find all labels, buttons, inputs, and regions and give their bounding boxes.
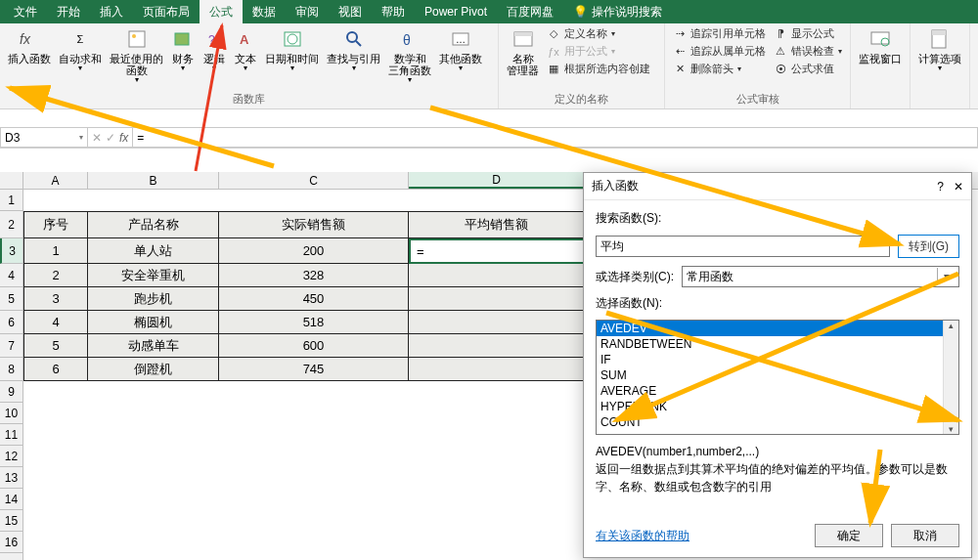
- fn-item[interactable]: AVERAGE: [597, 383, 958, 399]
- cell-A8[interactable]: 6: [23, 358, 88, 381]
- row-8[interactable]: 8: [0, 358, 22, 381]
- cell-C5[interactable]: 450: [219, 287, 409, 311]
- row-2[interactable]: 2: [0, 211, 22, 238]
- tab-powerpivot[interactable]: Power Pivot: [415, 0, 497, 23]
- create-from-sel-button[interactable]: ▦根据所选内容创建: [545, 61, 652, 77]
- th-name[interactable]: 产品名称: [88, 211, 219, 238]
- tab-file[interactable]: 文件: [4, 0, 47, 23]
- error-check-button[interactable]: ⚠错误检查▾: [772, 43, 844, 60]
- row-9[interactable]: 9: [0, 381, 22, 403]
- autosum-button[interactable]: Σ 自动求和▾: [55, 25, 106, 75]
- fn-item[interactable]: SUM: [597, 367, 958, 383]
- row-10[interactable]: 10: [0, 403, 22, 424]
- cell-B6[interactable]: 椭圆机: [88, 311, 219, 334]
- select-all-corner[interactable]: [0, 172, 23, 190]
- close-icon[interactable]: ✕: [954, 180, 963, 194]
- go-button[interactable]: 转到(G): [898, 235, 959, 258]
- accept-formula-icon[interactable]: ✓: [106, 131, 115, 145]
- tab-formulas[interactable]: 公式: [200, 0, 243, 23]
- eval-formula-button[interactable]: ⦿公式求值: [772, 61, 844, 77]
- insert-function-button[interactable]: fx 插入函数: [4, 25, 55, 66]
- row-15[interactable]: 15: [0, 510, 22, 532]
- tab-baidu[interactable]: 百度网盘: [497, 0, 563, 23]
- cell-A4[interactable]: 2: [23, 264, 88, 287]
- datetime-button[interactable]: 日期和时间▾: [261, 25, 323, 75]
- dialog-titlebar[interactable]: 插入函数 ? ✕: [584, 173, 971, 200]
- cell-B5[interactable]: 跑步机: [88, 287, 219, 311]
- category-select[interactable]: 常用函数 ▾: [682, 266, 959, 287]
- col-D[interactable]: D: [409, 172, 585, 189]
- fn-item[interactable]: HYPERLINK: [597, 399, 958, 414]
- function-list[interactable]: AVEDEV RANDBETWEEN IF SUM AVERAGE HYPERL…: [596, 320, 959, 435]
- cancel-formula-icon[interactable]: ✕: [92, 131, 102, 145]
- trace-precedents-button[interactable]: ⇢追踪引用单元格: [671, 25, 768, 42]
- fn-item[interactable]: IF: [597, 352, 958, 367]
- cell-C4[interactable]: 328: [219, 264, 409, 287]
- tab-layout[interactable]: 页面布局: [133, 0, 200, 23]
- list-scrollbar[interactable]: ▴▾: [943, 321, 958, 434]
- lookup-button[interactable]: 查找与引用▾: [323, 25, 384, 75]
- fx-icon[interactable]: fx: [119, 131, 128, 145]
- recent-button[interactable]: 最近使用的 函数▾: [106, 25, 167, 87]
- fn-item[interactable]: COUNT: [597, 414, 958, 430]
- tab-review[interactable]: 审阅: [286, 0, 329, 23]
- row-11[interactable]: 11: [0, 424, 22, 446]
- row-12[interactable]: 12: [0, 446, 22, 467]
- row-13[interactable]: 13: [0, 467, 22, 489]
- ok-button[interactable]: 确定: [815, 524, 883, 547]
- cell-A3[interactable]: 1: [23, 238, 88, 264]
- cancel-button[interactable]: 取消: [891, 524, 959, 547]
- col-B[interactable]: B: [88, 172, 219, 189]
- cell-D6[interactable]: [409, 311, 585, 334]
- row-14[interactable]: 14: [0, 489, 22, 510]
- help-icon[interactable]: ?: [937, 180, 944, 194]
- col-C[interactable]: C: [219, 172, 409, 189]
- tab-insert[interactable]: 插入: [90, 0, 133, 23]
- calc-options-button[interactable]: 计算选项▾: [914, 25, 965, 75]
- trace-dependents-button[interactable]: ⇠追踪从属单元格: [671, 43, 768, 60]
- logical-button[interactable]: ? 逻辑▾: [199, 25, 230, 75]
- col-A[interactable]: A: [23, 172, 88, 189]
- row-5[interactable]: 5: [0, 287, 22, 311]
- cell-B8[interactable]: 倒蹬机: [88, 358, 219, 381]
- show-formulas-button[interactable]: ⁋显示公式: [772, 25, 844, 42]
- cell-B3[interactable]: 单人站: [88, 238, 219, 264]
- cell-B4[interactable]: 安全举重机: [88, 264, 219, 287]
- row-1[interactable]: 1: [0, 190, 22, 211]
- name-box[interactable]: D3 ▾: [0, 127, 88, 148]
- cell-B7[interactable]: 动感单车: [88, 334, 219, 358]
- cell-C7[interactable]: 600: [219, 334, 409, 358]
- cell-D4[interactable]: [409, 264, 585, 287]
- tab-view[interactable]: 视图: [329, 0, 372, 23]
- th-avg[interactable]: 平均销售额: [409, 211, 585, 238]
- name-manager-button[interactable]: 名称 管理器: [503, 25, 543, 78]
- row-7[interactable]: 7: [0, 334, 22, 358]
- fn-item[interactable]: AVEDEV: [597, 321, 958, 336]
- row-3[interactable]: 3: [0, 238, 22, 264]
- cell-A7[interactable]: 5: [23, 334, 88, 358]
- formula-input[interactable]: =: [133, 127, 978, 148]
- tab-data[interactable]: 数据: [243, 0, 286, 23]
- cell-C8[interactable]: 745: [219, 358, 409, 381]
- fn-item[interactable]: RANDBETWEEN: [597, 336, 958, 352]
- cell-A6[interactable]: 4: [23, 311, 88, 334]
- row-6[interactable]: 6: [0, 311, 22, 334]
- define-name-button[interactable]: ◇定义名称▾: [545, 25, 652, 42]
- text-button[interactable]: A 文本▾: [230, 25, 261, 75]
- help-link[interactable]: 有关该函数的帮助: [596, 528, 689, 544]
- remove-arrows-button[interactable]: ✕删除箭头▾: [671, 61, 768, 77]
- other-fn-button[interactable]: … 其他函数▾: [435, 25, 486, 75]
- row-16[interactable]: 16: [0, 532, 22, 553]
- search-input[interactable]: [596, 236, 890, 257]
- cell-D5[interactable]: [409, 287, 585, 311]
- cell-D8[interactable]: [409, 358, 585, 381]
- cell-C6[interactable]: 518: [219, 311, 409, 334]
- cell-D7[interactable]: [409, 334, 585, 358]
- th-actual[interactable]: 实际销售额: [219, 211, 409, 238]
- tab-help[interactable]: 帮助: [372, 0, 415, 23]
- row-4[interactable]: 4: [0, 264, 22, 287]
- financial-button[interactable]: 财务▾: [167, 25, 199, 75]
- tab-home[interactable]: 开始: [47, 0, 90, 23]
- math-button[interactable]: θ 数学和 三角函数▾: [384, 25, 435, 87]
- cell-D3-selected[interactable]: =: [409, 238, 585, 264]
